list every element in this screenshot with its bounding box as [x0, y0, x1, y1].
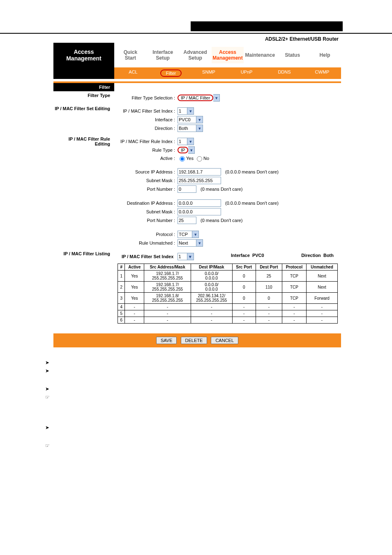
table-cell: TCP: [282, 271, 306, 282]
table-cell: -: [256, 304, 282, 310]
tab-help[interactable]: Help: [309, 50, 341, 60]
tab-quick-start[interactable]: Quick Start: [114, 47, 147, 63]
table-row[interactable]: 4-------: [118, 304, 338, 310]
unmatched-select[interactable]: [178, 239, 196, 247]
interface-select[interactable]: [178, 116, 196, 123]
header-black-block: [191, 21, 343, 31]
table-row[interactable]: 2Yes192.168.1.7/ 255.255.255.2550.0.0.0/…: [118, 282, 338, 293]
chevron-down-icon[interactable]: ▾: [187, 107, 194, 115]
chevron-down-icon[interactable]: ▾: [196, 239, 203, 247]
table-row[interactable]: 3Yes192.168.1.8/ 255.255.255.255202.96.1…: [118, 293, 338, 304]
filter-type-label: Filter Type Selection :: [118, 95, 175, 100]
tab-interface-setup[interactable]: Interface Setup: [147, 47, 179, 63]
subtab-snmp[interactable]: SNMP: [190, 67, 228, 79]
src-ip-hint: (0.0.0.0 means Don't care): [225, 169, 279, 174]
chevron-down-icon[interactable]: ▾: [187, 253, 194, 260]
table-row[interactable]: 1Yes192.168.1.7/ 255.255.255.2550.0.0.0/…: [118, 271, 338, 282]
table-cell: -: [232, 317, 256, 324]
table-cell: -: [232, 304, 256, 310]
table-header: Active: [125, 264, 144, 271]
unmatched-label: Rule Unmatched :: [118, 240, 175, 245]
dst-mask-input[interactable]: [178, 208, 221, 215]
table-cell: -: [256, 317, 282, 324]
section-filter-type: Filter Type: [53, 91, 114, 104]
table-cell: 1: [118, 271, 125, 282]
subtab-cwmp[interactable]: CWMP: [303, 67, 341, 79]
table-cell: 4: [118, 304, 125, 310]
active-no-text: No: [203, 156, 209, 161]
rule-index-select[interactable]: [178, 138, 187, 145]
app-shell: Access Management Quick Start Interface …: [53, 43, 341, 347]
table-cell: TCP: [282, 282, 306, 293]
bullet-icon: ➤: [45, 360, 53, 365]
listing-iface-val: PVC0: [252, 253, 264, 258]
table-cell: Forward: [307, 293, 338, 304]
dst-ip-hint: (0.0.0.0 means Don't care): [225, 201, 279, 206]
table-cell: Next: [307, 282, 338, 293]
filter-type-row: Filter Type Selection : IP / MAC Filter …: [118, 94, 338, 102]
dst-port-label: Port Number :: [118, 218, 175, 223]
subtab-upnp[interactable]: UPnP: [228, 67, 265, 79]
src-port-input[interactable]: [178, 185, 196, 193]
chevron-down-icon[interactable]: ▾: [196, 125, 203, 132]
table-cell: -: [125, 317, 144, 324]
rule-type-value: IP: [178, 147, 188, 153]
active-yes-radio[interactable]: [180, 156, 185, 162]
listing-setindex-select[interactable]: [178, 253, 187, 260]
table-cell: -: [125, 304, 144, 310]
subtab-filter[interactable]: Filter: [152, 67, 190, 79]
set-index-select[interactable]: [178, 107, 187, 115]
router-model-label: ADSL2/2+ Ethernet/USB Router: [0, 34, 392, 43]
protocol-select[interactable]: [178, 231, 192, 238]
chevron-down-icon[interactable]: ▾: [213, 94, 220, 102]
section-listing: IP / MAC Filter Listing: [53, 250, 114, 325]
table-cell: -: [232, 310, 256, 317]
src-mask-input[interactable]: [178, 177, 221, 184]
bullet-icon: ➤: [45, 386, 53, 392]
table-cell: 0: [232, 271, 256, 282]
table-cell: -: [125, 310, 144, 317]
bullet-icon: ➤: [45, 425, 53, 430]
src-ip-input[interactable]: [178, 168, 221, 176]
dst-port-input[interactable]: [178, 217, 196, 224]
table-row[interactable]: 6-------: [118, 317, 338, 324]
chevron-down-icon[interactable]: ▾: [192, 231, 199, 238]
direction-select[interactable]: [178, 125, 196, 132]
src-ip-label: Source IP Address :: [118, 169, 175, 174]
src-port-hint: (0 means Don't care): [201, 187, 242, 192]
section-set-editing: IP / MAC Filter Set Editing: [53, 104, 114, 135]
chevron-down-icon[interactable]: ▾: [188, 146, 195, 154]
bullet-icon: ➤: [45, 368, 53, 374]
brand-panel: Access Management: [53, 43, 114, 67]
tab-advanced-setup[interactable]: Advanced Setup: [179, 47, 212, 63]
listing-dir-lbl: Direction: [301, 253, 321, 258]
tab-access-management[interactable]: Access Management: [212, 47, 244, 63]
src-port-label: Port Number :: [118, 187, 175, 192]
table-cell: 5: [118, 310, 125, 317]
sub-nav: ACL Filter SNMP UPnP DDNS CWMP: [53, 67, 341, 79]
tab-status[interactable]: Status: [276, 50, 309, 60]
dst-ip-label: Destination IP Address :: [118, 201, 175, 206]
rule-type-label: Rule Type :: [118, 148, 175, 153]
tab-maintenance[interactable]: Maintenance: [244, 50, 276, 60]
delete-button[interactable]: DELETE: [181, 337, 208, 344]
subtab-ddns[interactable]: DDNS: [265, 67, 303, 79]
set-index-label: IP / MAC Filter Set Index :: [118, 109, 175, 113]
table-header: Dest IP/Mask: [191, 264, 233, 271]
table-cell: -: [144, 310, 191, 317]
table-row[interactable]: 5-------: [118, 310, 338, 317]
table-cell: 0: [232, 282, 256, 293]
dst-ip-input[interactable]: [178, 199, 221, 207]
subtab-acl[interactable]: ACL: [114, 67, 152, 79]
table-cell: 6: [118, 317, 125, 324]
table-cell: 3: [118, 293, 125, 304]
subnav-spacer: [53, 67, 114, 79]
active-no-radio[interactable]: [197, 156, 202, 162]
table-cell: 192.168.1.7/ 255.255.255.255: [144, 282, 191, 293]
save-button[interactable]: SAVE: [156, 337, 177, 344]
protocol-label: Protocol :: [118, 232, 175, 237]
cancel-button[interactable]: CANCEL: [211, 337, 238, 344]
chevron-down-icon[interactable]: ▾: [196, 116, 203, 123]
chevron-down-icon[interactable]: ▾: [187, 138, 194, 145]
table-cell: Yes: [125, 293, 144, 304]
